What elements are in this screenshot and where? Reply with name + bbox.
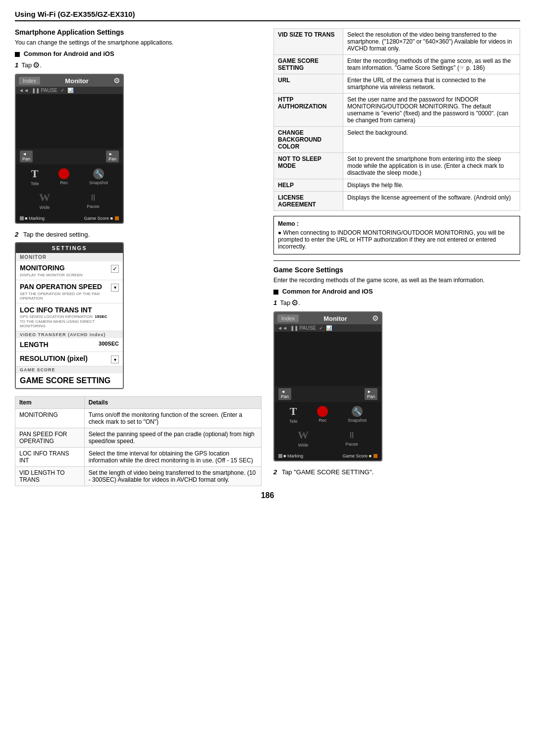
right-data-table: VID SIZE TO TRANSSelect the resolution o… — [273, 28, 520, 211]
right-table-row: URLEnter the URL of the camera that is c… — [274, 74, 520, 94]
left-table-details-2: Select the time interval for obtaining t… — [84, 448, 261, 467]
wide2-label: Wide — [298, 443, 309, 448]
step1-line: 1 Tap ⚙. — [15, 60, 262, 70]
settings-monitor-label: MONITOR — [16, 253, 123, 261]
page-number: 186 — [15, 491, 520, 500]
gamescore-label: Game Score ■ — [84, 216, 119, 221]
wide-btn: W Wide — [39, 191, 50, 210]
pan-left-btn[interactable]: ◄◄ PanPan — [20, 151, 33, 162]
phone2-buttons-row-1: T Tele Rec 🔧 Snapshot — [274, 402, 381, 427]
step1-text: Tap — [21, 61, 32, 69]
pause2-label: Pause — [345, 442, 358, 447]
settings-pan-speed-subtitle: SET THE OPERATION SPEED OF THE PAN OPERA… — [20, 292, 111, 301]
phone2-controls-bar: ◄◄ ❚❚ PAUSE ✓ 📊 — [274, 324, 381, 332]
gamescore2-label: Game Score ■ — [343, 454, 377, 458]
phone2-tab-index: Index — [277, 314, 299, 322]
phone2-tab-monitor: Monitor — [323, 315, 347, 322]
right-table-details-6: Displays the help file. — [343, 179, 520, 192]
pause2-btn: ⏸ Pause — [345, 430, 358, 447]
left-data-table: Item Details MONITORINGTurns on/off the … — [15, 396, 262, 486]
black-square-icon-2 — [273, 290, 278, 295]
step1-number: 1 — [15, 61, 18, 69]
settings-item-pan-speed: PAN OPERATION SPEED SET THE OPERATION SP… — [16, 280, 123, 303]
monitoring-checkbox[interactable]: ✓ — [111, 265, 119, 273]
tele-btn: T Tele — [31, 167, 39, 186]
right-table-row: CHANGE BACKGROUND COLORSelect the backgr… — [274, 127, 520, 153]
w-letter: W — [39, 191, 50, 204]
pan-speed-dropdown[interactable]: ▾ — [111, 284, 119, 292]
phone-mockup-2: Index Monitor ⚙ ◄◄ ❚❚ PAUSE ✓ 📊 ◄Pan ►Pa… — [273, 311, 382, 461]
settings-item-length: LENGTH 300SEC — [16, 338, 123, 352]
memo-box: Memo : ● When connecting to INDOOR MONIT… — [273, 216, 520, 254]
snapshot-icon-2: 🔧 — [352, 406, 363, 417]
snapshot-btn: 🔧 Snapshot — [89, 168, 108, 185]
page-header: Using Wi-Fi (GZ-EX355/GZ-EX310) — [15, 10, 520, 21]
settings-divider-video: VIDEO TRANSFER (AVCHD Index) — [16, 331, 123, 338]
chart-icon: 📊 — [67, 88, 73, 93]
right-table-item-0: VID SIZE TO TRANS — [274, 29, 343, 55]
resolution-dropdown[interactable]: ▾ — [111, 355, 119, 363]
game-score-common-label: Common for Android and iOS — [273, 288, 520, 295]
right-table-item-7: LICENSE AGREEMENT — [274, 192, 343, 211]
pan2-right-btn[interactable]: ►Pan — [365, 388, 377, 400]
table-row: LOC INFO TRANS INTSelect the time interv… — [15, 448, 262, 467]
phone-gear-icon: ⚙ — [113, 76, 120, 85]
right-table-row: HELPDisplays the help file. — [274, 179, 520, 192]
settings-resolution-title: RESOLUTION (pixel) — [20, 354, 88, 363]
settings-monitoring-subtitle: DISPLAY THE MONITOR SCREEN — [20, 273, 83, 277]
col-details-header: Details — [84, 397, 261, 409]
left-table-item-2: LOC INFO TRANS INT — [15, 448, 85, 467]
settings-item-loc-info: LOC INFO TRANS INT GPS SENDS LOCATION IN… — [16, 303, 123, 332]
table-row: VID LENGTH TO TRANSSet the length of vid… — [15, 467, 262, 486]
settings-loc-info-title: LOC INFO TRANS INT — [20, 306, 119, 314]
table-row: MONITORINGTurns on/off the monitoring fu… — [15, 409, 262, 428]
phone-pan-bar: ◄◄ PanPan ►Pan — [16, 149, 123, 164]
right-table-details-2: Enter the URL of the camera that is conn… — [343, 74, 520, 94]
pause-bars-icon: ⏸ — [89, 193, 98, 203]
rewind-icon-2: ◄◄ — [277, 325, 287, 331]
game-score-step2-text: Tap "GAME SCORE SETTING". — [282, 468, 374, 476]
rewind-icon: ◄◄ — [19, 88, 29, 93]
phone-controls-bar: ◄◄ ❚❚ PAUSE ✓ 📊 — [16, 87, 123, 94]
settings-divider-gamescore: GAME SCORE — [16, 366, 123, 373]
game-score-step1-num: 1 — [273, 299, 277, 306]
right-table-row: GAME SCORE SETTINGEnter the recording me… — [274, 55, 520, 74]
step2-number: 2 — [15, 231, 18, 238]
phone2-gear-icon: ⚙ — [372, 314, 378, 323]
right-table-item-3: HTTP AUTHORIZATION — [274, 94, 343, 127]
rec2-label: Rec — [319, 418, 326, 423]
marking-square-icon-2 — [278, 454, 282, 458]
right-table-item-4: CHANGE BACKGROUND COLOR — [274, 127, 343, 153]
pause-icon: ❚❚ PAUSE — [32, 88, 57, 93]
pan-right-btn[interactable]: ►Pan — [106, 151, 119, 162]
section-subtitle: You can change the settings of the smart… — [15, 39, 262, 46]
phone-bottom-bar: ■ Marking Game Score ■ — [16, 214, 123, 223]
right-table-details-3: Set the user name and the password for I… — [343, 94, 520, 127]
rec-label: Rec — [60, 180, 68, 185]
memo-bullet-icon: ● — [278, 229, 281, 236]
wide-label: Wide — [40, 205, 50, 210]
right-table-details-1: Enter the recording methods of the game … — [343, 55, 520, 74]
step2-line: 2 Tap the desired setting. — [15, 231, 262, 238]
rec-btn: Rec — [58, 168, 69, 185]
pan2-left-btn[interactable]: ◄Pan — [278, 388, 291, 400]
settings-monitoring-title: MONITORING — [20, 264, 83, 272]
settings-pan-speed-title: PAN OPERATION SPEED — [20, 283, 111, 291]
right-table-details-4: Select the background. — [343, 127, 520, 153]
table-row: PAN SPEED FOR OPERATINGSelect the pannin… — [15, 428, 262, 448]
tele2-btn: T Tele — [289, 405, 298, 424]
phone2-screen — [274, 332, 381, 386]
phone-buttons-row-1: T Tele Rec 🔧 Snapshot — [16, 164, 123, 189]
left-table-details-1: Select the panning speed of the pan crad… — [84, 428, 261, 448]
pause-btn: ⏸ Pause — [87, 193, 100, 209]
right-table-row: NOT TO SLEEP MODESet to prevent the smar… — [274, 153, 520, 179]
left-table-item-0: MONITORING — [15, 409, 85, 428]
left-table-item-1: PAN SPEED FOR OPERATING — [15, 428, 85, 448]
t-letter-2: T — [290, 405, 297, 418]
settings-gamescore-title: GAME SCORE SETTING — [20, 376, 119, 385]
memo-title: Memo : — [278, 220, 516, 227]
right-table-details-7: Displays the license agreement of the so… — [343, 192, 520, 211]
section-title: Smartphone Application Settings — [15, 28, 262, 36]
wide2-btn: W Wide — [298, 429, 309, 448]
left-column: Smartphone Application Settings You can … — [15, 28, 262, 486]
